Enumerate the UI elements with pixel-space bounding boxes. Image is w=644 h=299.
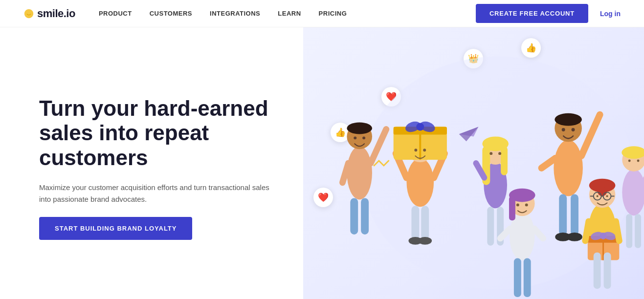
svg-rect-51 xyxy=(509,196,515,221)
svg-point-46 xyxy=(562,128,565,131)
svg-rect-85 xyxy=(626,214,632,248)
svg-point-56 xyxy=(516,203,519,206)
svg-point-57 xyxy=(525,203,528,206)
navbar: smile.io PRODUCT CUSTOMERS INTEGRATIONS … xyxy=(0,0,644,27)
svg-point-1 xyxy=(406,158,434,207)
svg-line-74 xyxy=(616,221,619,241)
svg-rect-54 xyxy=(514,258,521,297)
svg-point-11 xyxy=(416,123,424,131)
svg-point-78 xyxy=(606,195,608,197)
hero-illustration xyxy=(303,27,644,299)
svg-rect-43 xyxy=(571,194,578,235)
logo[interactable]: smile.io xyxy=(23,7,75,20)
svg-point-15 xyxy=(418,237,432,245)
svg-point-26 xyxy=(362,136,365,139)
login-link[interactable]: Log in xyxy=(600,10,621,18)
hero-cta-button[interactable]: START BUILDING BRAND LOYALTY xyxy=(39,217,192,240)
svg-rect-55 xyxy=(524,258,531,297)
nav-integrations[interactable]: INTEGRATIONS xyxy=(210,10,260,17)
nav-product[interactable]: PRODUCT xyxy=(99,10,132,17)
svg-point-20 xyxy=(347,123,372,134)
svg-rect-76 xyxy=(604,253,611,289)
svg-point-77 xyxy=(597,195,599,197)
logo-text: smile.io xyxy=(37,7,75,20)
logo-icon xyxy=(23,8,34,19)
svg-point-37 xyxy=(554,140,583,196)
svg-line-73 xyxy=(585,221,589,241)
svg-point-25 xyxy=(354,136,356,139)
svg-rect-86 xyxy=(635,214,641,248)
svg-point-18 xyxy=(347,146,372,199)
create-account-button[interactable]: CREATE FREE ACCOUNT xyxy=(476,4,588,23)
hero-title: Turn your hard-earned sales into repeat … xyxy=(39,96,280,171)
svg-point-16 xyxy=(414,149,417,151)
svg-point-45 xyxy=(567,233,582,241)
svg-point-61 xyxy=(598,187,607,196)
svg-rect-12 xyxy=(411,206,419,240)
svg-point-47 xyxy=(572,128,575,131)
nav-learn[interactable]: LEARN xyxy=(278,10,301,17)
hero-right: 👍 ❤️ ❤️ 👑 👍 xyxy=(303,27,644,299)
hero-left: Turn your hard-earned sales into repeat … xyxy=(0,27,303,299)
svg-rect-42 xyxy=(559,194,567,235)
svg-rect-33 xyxy=(487,207,494,245)
svg-rect-75 xyxy=(594,253,601,289)
nav-pricing[interactable]: PRICING xyxy=(319,10,347,17)
svg-point-88 xyxy=(637,160,640,162)
svg-point-17 xyxy=(423,149,426,151)
svg-point-72 xyxy=(600,233,607,239)
hero-subtitle: Maximize your customer acquisition effor… xyxy=(39,182,274,205)
svg-rect-24 xyxy=(361,198,369,234)
svg-point-36 xyxy=(498,152,501,155)
svg-point-39 xyxy=(555,113,582,126)
hero-section: Turn your hard-earned sales into repeat … xyxy=(0,27,644,299)
nav-links: PRODUCT CUSTOMERS INTEGRATIONS LEARN PRI… xyxy=(99,10,476,17)
svg-point-87 xyxy=(628,160,631,162)
svg-rect-31 xyxy=(501,146,508,175)
nav-customers[interactable]: CUSTOMERS xyxy=(150,10,192,17)
svg-rect-13 xyxy=(421,206,429,240)
svg-point-35 xyxy=(489,152,492,155)
nav-actions: CREATE FREE ACCOUNT Log in xyxy=(476,4,621,23)
svg-rect-23 xyxy=(350,198,358,234)
